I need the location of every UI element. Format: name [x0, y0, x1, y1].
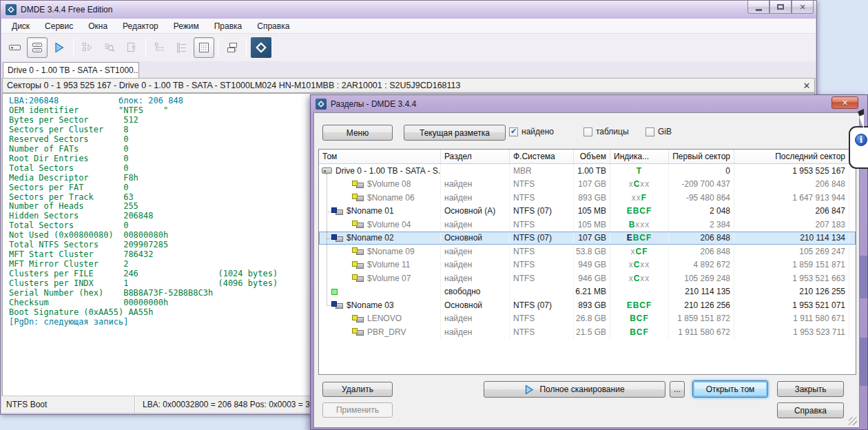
- menu-windows[interactable]: Окна: [81, 19, 115, 33]
- table-row[interactable]: $Volume 11найденNTFS949 GBx C xx4 892 67…: [319, 258, 856, 272]
- full-scan-play-icon: [524, 385, 535, 395]
- volume-name: $Noname 06: [367, 193, 415, 203]
- checkbox-gib[interactable]: GiB: [645, 127, 672, 136]
- menu-disk[interactable]: Диск: [4, 19, 37, 33]
- search-button[interactable]: [99, 37, 120, 58]
- cell-last-sector: 105 269 247: [734, 245, 849, 258]
- table-row[interactable]: $Noname 06найденNTFS893 GBx x F-95 480 8…: [319, 191, 856, 205]
- help-button[interactable]: Справка: [777, 402, 844, 418]
- windows-layout-icon: [226, 41, 238, 54]
- table-row[interactable]: LENOVOнайденNTFS26.8 GBBCF1 859 151 8721…: [319, 312, 856, 326]
- cell-filesystem: [510, 285, 574, 299]
- table-row[interactable]: $Noname 02ОсновнойNTFS (07)107 GBE BCF20…: [319, 232, 856, 245]
- column-header-4[interactable]: Объем: [574, 150, 610, 163]
- column-header-5[interactable]: Индика...: [610, 150, 669, 163]
- cell-size: 949 GB: [574, 258, 610, 272]
- windows-layout-button[interactable]: [222, 37, 242, 58]
- checkbox-tables[interactable]: таблицы: [583, 127, 629, 136]
- checkbox-label: таблицы: [596, 127, 629, 136]
- hex-view-button[interactable]: [194, 37, 214, 58]
- close-dialog-button[interactable]: Закрыть: [777, 381, 844, 397]
- menu-mode[interactable]: Режим: [166, 19, 207, 33]
- scan-options-button[interactable]: ...: [670, 381, 685, 398]
- column-header-6[interactable]: Первый сектор: [669, 150, 734, 163]
- open-disk-icon: [8, 42, 22, 53]
- cell-first-sector: 210 114 135: [669, 285, 734, 299]
- cell-volume: $Volume 07: [319, 272, 441, 285]
- menu-service[interactable]: Сервис: [37, 19, 81, 33]
- volume-icon: [352, 247, 364, 255]
- table-row[interactable]: $Noname 01Основной (A)NTFS (07)105 MBEBC…: [319, 205, 856, 218]
- indicator-flag: B: [629, 220, 636, 229]
- table-row[interactable]: $Volume 07найденNTFS946 GBx C xx105 269 …: [319, 272, 856, 285]
- column-header-7[interactable]: Последний сектор: [734, 150, 849, 163]
- tab-drive0[interactable]: Drive 0 - 1.00 TB - SATA - ST1000...: [3, 62, 139, 78]
- list-view-button[interactable]: [172, 37, 192, 58]
- menu-help[interactable]: Справка: [249, 19, 297, 33]
- table-row[interactable]: PBR_DRVнайденNTFS21.5 GBBCF1 911 580 672…: [319, 325, 856, 339]
- dmde-logo-button[interactable]: [251, 37, 271, 58]
- volume-name: Drive 0 - 1.00 TB - SATA - S...: [335, 166, 441, 176]
- volume-name: $Noname 01: [347, 206, 394, 216]
- table-row[interactable]: $Volume 04найденNTFS105 MBB x xx2 384207…: [319, 218, 856, 232]
- full-scan-button[interactable]: Полное сканирование: [484, 381, 665, 398]
- table-row[interactable]: $Volume 08найденNTFS107 GBx C xx-209 700…: [319, 178, 856, 192]
- cell-indicators: x C xx: [610, 258, 669, 272]
- cell-partition: найден: [441, 272, 510, 285]
- column-header-2[interactable]: Раздел: [441, 150, 510, 163]
- table-row[interactable]: Drive 0 - 1.00 TB - SATA - S...MBR1.00 T…: [319, 164, 856, 178]
- cell-last-sector: 1 953 521 071: [734, 298, 849, 312]
- column-header-3[interactable]: Ф.Система: [510, 150, 574, 163]
- checkbox-box[interactable]: [583, 127, 592, 136]
- cell-size: 6.21 MB: [574, 285, 610, 299]
- cell-partition: найден: [441, 191, 510, 205]
- cell-indicators: E BCF: [610, 232, 669, 245]
- menu-dropdown-button[interactable]: Меню: [322, 125, 393, 141]
- table-row[interactable]: свободно6.21 MB210 114 135210 126 255: [319, 285, 856, 299]
- window-title: DMDE 3.4.4 Free Edition: [21, 5, 112, 14]
- cell-first-sector: -95 480 864: [669, 191, 734, 205]
- indicator-flag: x: [635, 220, 640, 229]
- resize-grip[interactable]: [849, 417, 857, 425]
- cell-volume: $Volume 11: [319, 258, 441, 272]
- cell-last-sector: 1 647 913 944: [734, 191, 849, 205]
- new-task-button[interactable]: [121, 37, 142, 58]
- volume-icon: [352, 274, 364, 282]
- close-button[interactable]: ✕: [792, 1, 814, 14]
- cell-filesystem: MBR: [510, 164, 574, 178]
- toolbar-separator: [218, 39, 218, 57]
- volume-name: LENOVO: [367, 314, 402, 323]
- dialog-close-button[interactable]: ✕: [831, 96, 858, 109]
- tree-view-button[interactable]: [149, 37, 170, 58]
- scan-button[interactable]: [49, 37, 70, 58]
- open-volume-button[interactable]: [77, 37, 98, 58]
- table-row[interactable]: $Noname 03ОсновнойNTFS (07)893 GBEBCF210…: [319, 298, 856, 312]
- cell-last-sector: 1 953 521 663: [734, 272, 849, 285]
- maximize-button[interactable]: [769, 1, 792, 14]
- menu-editor[interactable]: Редактор: [115, 19, 166, 33]
- menu-edit[interactable]: Правка: [207, 19, 250, 33]
- indicator-flag: xx: [640, 220, 650, 229]
- dmde-logo-icon: [254, 41, 268, 54]
- checkbox-box[interactable]: [645, 127, 654, 136]
- cell-last-sector: 1 953 523 711: [734, 325, 849, 339]
- apply-button[interactable]: Применить: [322, 402, 393, 418]
- sector-bar-close-icon[interactable]: ✕: [799, 81, 814, 91]
- glass-reflection: [860, 338, 868, 386]
- indicator-flag: x: [632, 193, 637, 203]
- volume-name: $Volume 08: [367, 179, 411, 189]
- status-left: NTFS Boot: [1, 396, 135, 413]
- open-volume-dialog-button[interactable]: Открыть том: [692, 380, 768, 398]
- delete-button[interactable]: Удалить: [322, 382, 393, 397]
- table-row[interactable]: $Noname 09найденNTFS53.8 GBx CF206 84810…: [319, 245, 856, 258]
- column-header-1[interactable]: Том: [319, 150, 441, 163]
- current-layout-button[interactable]: Текущая разметка: [404, 125, 506, 141]
- open-disk-button[interactable]: [5, 37, 25, 58]
- cell-size: 26.8 GB: [574, 312, 610, 326]
- minimize-button[interactable]: [747, 1, 769, 14]
- checkbox-box[interactable]: ✔: [509, 127, 518, 136]
- cell-size: 53.8 GB: [574, 245, 610, 258]
- partitions-button[interactable]: [27, 37, 48, 58]
- checkbox-found[interactable]: ✔найдено: [509, 127, 554, 136]
- partition-icon: [331, 301, 343, 309]
